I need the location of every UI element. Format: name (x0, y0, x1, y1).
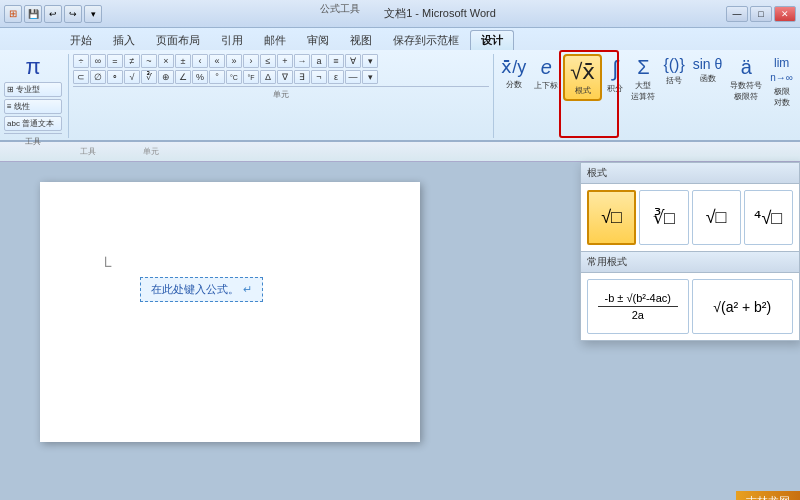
sym-neq[interactable]: ≠ (124, 54, 140, 68)
sym-a[interactable]: a (311, 54, 327, 68)
fraction-group: x̄/y 分数 (498, 54, 529, 92)
sym-nabla[interactable]: ∇ (277, 70, 293, 84)
sym-forall[interactable]: ∀ (345, 54, 361, 68)
normal-text-btn[interactable]: abc 普通文本 (4, 116, 62, 131)
symbols-section: ÷ ∞ = ≠ ~ × ± ‹ « » › ≤ + → a ≡ ∀ ▾ ⊂ (73, 54, 494, 138)
undo-btn[interactable]: ↩ (44, 5, 62, 23)
sym-angle[interactable]: ∠ (175, 70, 191, 84)
watermark: 吉林龙网 (736, 491, 800, 500)
superscript-group: e 上下标 (531, 54, 561, 93)
tab-design[interactable]: 设计 (470, 30, 514, 50)
sym-plus[interactable]: + (277, 54, 293, 68)
accent-label: 导数符号极限符 (730, 80, 762, 102)
sym-circ[interactable]: ∘ (107, 70, 123, 84)
equation-structures: x̄/y 分数 e 上下标 √x̄ 根式 (498, 54, 796, 138)
tab-start[interactable]: 开始 (60, 31, 102, 50)
radical-item-1[interactable]: √□ (587, 190, 636, 245)
tab-reference[interactable]: 引用 (211, 31, 253, 50)
radical-item-4[interactable]: ⁴√□ (744, 190, 793, 245)
sym-times[interactable]: × (158, 54, 174, 68)
super-label: 上下标 (534, 80, 558, 91)
sym-eq[interactable]: = (107, 54, 123, 68)
common-formula-2[interactable]: √(a² + b²) (692, 279, 794, 334)
placeholder-text: 在此处键入公式。 (151, 282, 239, 297)
large-op-btn[interactable]: Σ 大型运算符 (628, 54, 658, 104)
formula-tools-label: 公式工具 (320, 2, 360, 16)
sym-dash[interactable]: — (345, 70, 361, 84)
sym-neg[interactable]: ¬ (311, 70, 327, 84)
sym-div[interactable]: ÷ (73, 54, 89, 68)
function-label: 函数 (700, 73, 716, 84)
tab-view[interactable]: 视图 (340, 31, 382, 50)
sym-oplus[interactable]: ⊕ (158, 70, 174, 84)
accent-group: ä 导数符号极限符 (727, 54, 765, 104)
sym-pm[interactable]: ± (175, 54, 191, 68)
professional-btn[interactable]: ⊞ 专业型 (4, 82, 62, 97)
close-btn[interactable]: ✕ (774, 6, 796, 22)
sym-exists[interactable]: ∃ (294, 70, 310, 84)
sym-eps[interactable]: ε (328, 70, 344, 84)
dropdown-grid: √□ ∛□ √□ ⁴√□ (581, 184, 799, 251)
redo-btn[interactable]: ↪ (64, 5, 82, 23)
fraction-btn[interactable]: x̄/y 分数 (498, 54, 529, 92)
sym-raquo[interactable]: » (226, 54, 242, 68)
dropdown-common-title: 常用根式 (581, 251, 799, 273)
accent-btn[interactable]: ä 导数符号极限符 (727, 54, 765, 104)
sym-down[interactable]: ▾ (362, 54, 378, 68)
sym-tilde[interactable]: ~ (141, 54, 157, 68)
function-group: sin θ 函数 (690, 54, 726, 86)
sym-langle[interactable]: ‹ (192, 54, 208, 68)
main-area: └ 在此处键入公式。 ↵ 根式 √□ ∛□ √□ ⁴√□ 常用根式 -b ± √… (0, 162, 800, 500)
ribbon: 开始 插入 页面布局 引用 邮件 审阅 视图 保存到示范框 设计 π ⊞ 专业型… (0, 28, 800, 142)
sym-laquo[interactable]: « (209, 54, 225, 68)
maximize-btn[interactable]: □ (750, 6, 772, 22)
title-bar-left: ⊞ 💾 ↩ ↪ ▾ (4, 5, 102, 23)
office-btn[interactable]: ⊞ (4, 5, 22, 23)
superscript-btn[interactable]: e 上下标 (531, 54, 561, 93)
formula-placeholder[interactable]: 在此处键入公式。 ↵ (140, 277, 263, 302)
linear-btn[interactable]: ≡ 线性 (4, 99, 62, 114)
sym-arrow[interactable]: → (294, 54, 310, 68)
radical-item-3[interactable]: √□ (692, 190, 741, 245)
tab-review[interactable]: 审阅 (297, 31, 339, 50)
limit-btn[interactable]: limn→∞ 极限对数 (767, 54, 796, 110)
sym-rangle[interactable]: › (243, 54, 259, 68)
sym-equiv[interactable]: ≡ (328, 54, 344, 68)
sym-inf[interactable]: ∞ (90, 54, 106, 68)
sym-sqrt[interactable]: √ (124, 70, 140, 84)
sym-degf[interactable]: °F (243, 70, 259, 84)
tab-mail[interactable]: 邮件 (254, 31, 296, 50)
save-btn[interactable]: 💾 (24, 5, 42, 23)
ribbon-tabs: 开始 插入 页面布局 引用 邮件 审阅 视图 保存到示范框 设计 (0, 28, 800, 50)
bracket-btn[interactable]: {()} 括号 (660, 54, 687, 88)
bracket-label: 括号 (666, 75, 682, 86)
dropdown-section-title: 根式 (581, 163, 799, 184)
ribbon-content: π ⊞ 专业型 ≡ 线性 abc 普通文本 工具 ÷ ∞ = ≠ ~ × ± ‹… (0, 50, 800, 140)
sym-more[interactable]: ▾ (362, 70, 378, 84)
sym-degc[interactable]: °C (226, 70, 242, 84)
sym-cbrt[interactable]: ∛ (141, 70, 157, 84)
limit-icon: limn→∞ (770, 56, 793, 85)
tab-insert[interactable]: 插入 (103, 31, 145, 50)
tab-layout[interactable]: 页面布局 (146, 31, 210, 50)
minimize-btn[interactable]: — (726, 6, 748, 22)
accent-icon: ä (741, 56, 752, 79)
integral-btn[interactable]: ∫ 积分 (604, 54, 626, 96)
sigma-icon: Σ (637, 56, 649, 79)
integral-icon: ∫ (612, 56, 618, 82)
dropdown-panel: 根式 √□ ∛□ √□ ⁴√□ 常用根式 -b ± √(b²-4ac) 2a √… (580, 162, 800, 341)
tab-save[interactable]: 保存到示范框 (383, 31, 469, 50)
sym-pct[interactable]: % (192, 70, 208, 84)
sym-empty[interactable]: ∅ (90, 70, 106, 84)
more-btn[interactable]: ▾ (84, 5, 102, 23)
ruler: 工具 单元 (0, 142, 800, 162)
radical-item-2[interactable]: ∛□ (639, 190, 688, 245)
sym-deg[interactable]: ° (209, 70, 225, 84)
radical-btn[interactable]: √x̄ 根式 (563, 54, 602, 101)
sym-delta[interactable]: Δ (260, 70, 276, 84)
function-btn[interactable]: sin θ 函数 (690, 54, 726, 86)
sym-leq[interactable]: ≤ (260, 54, 276, 68)
common-formula-1[interactable]: -b ± √(b²-4ac) 2a (587, 279, 689, 334)
sym-subset[interactable]: ⊂ (73, 70, 89, 84)
fraction-icon: x̄/y (501, 56, 526, 78)
